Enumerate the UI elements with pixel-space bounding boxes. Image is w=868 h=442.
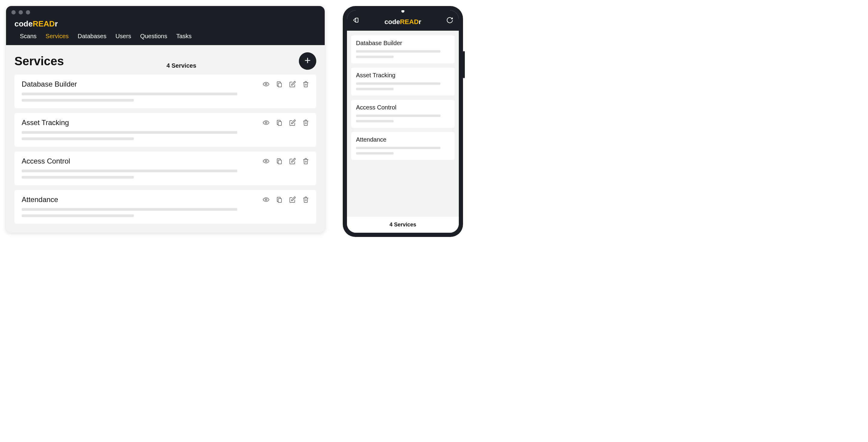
- skeleton-line: [22, 93, 237, 95]
- copy-icon[interactable]: [276, 81, 283, 88]
- edit-icon[interactable]: [289, 196, 296, 203]
- trash-icon[interactable]: [303, 196, 309, 203]
- mobile-service-title: Attendance: [356, 136, 450, 143]
- window-close-dot[interactable]: [11, 10, 16, 14]
- service-card-header: Access Control: [22, 157, 309, 165]
- phone-side-button: [463, 51, 465, 78]
- brand-part2: READ: [33, 19, 55, 28]
- svg-rect-5: [278, 122, 281, 125]
- nav-scans[interactable]: Scans: [20, 33, 37, 40]
- svg-rect-7: [278, 160, 281, 164]
- edit-icon[interactable]: [289, 81, 296, 88]
- plus-icon: [304, 57, 311, 66]
- services-count: 4 Services: [64, 62, 299, 69]
- service-actions: [263, 158, 309, 164]
- mobile-service-title: Asset Tracking: [356, 72, 450, 79]
- svg-rect-9: [278, 198, 281, 202]
- mobile-service-card[interactable]: Attendance: [351, 132, 455, 160]
- mobile-footer-count: 4 Services: [347, 217, 459, 233]
- svg-point-4: [265, 122, 267, 124]
- service-card[interactable]: Attendance: [14, 190, 316, 224]
- refresh-icon[interactable]: [446, 17, 454, 24]
- brand-part3: r: [55, 19, 58, 28]
- service-card-header: Asset Tracking: [22, 119, 309, 127]
- skeleton-line: [356, 88, 394, 90]
- main-nav: Scans Services Databases Users Questions…: [11, 32, 319, 45]
- skeleton-line: [22, 208, 237, 211]
- mobile-brand-logo: codeREADr: [384, 18, 421, 26]
- svg-point-8: [265, 199, 267, 200]
- skeleton-line: [22, 176, 134, 179]
- skeleton-line: [356, 120, 394, 122]
- nav-databases[interactable]: Databases: [78, 33, 106, 40]
- nav-users[interactable]: Users: [116, 33, 131, 40]
- mobile-screen: codeREADr Database Builder Asset Trackin…: [347, 10, 459, 233]
- service-title: Asset Tracking: [22, 119, 69, 127]
- edit-icon[interactable]: [289, 158, 296, 164]
- skeleton-line: [22, 131, 237, 134]
- skeleton-line: [356, 147, 440, 149]
- mobile-service-list: Database Builder Asset Tracking Access C…: [347, 31, 459, 217]
- skeleton-line: [22, 99, 134, 102]
- skeleton-line: [22, 137, 134, 140]
- phone-notch: [401, 10, 404, 12]
- nav-services[interactable]: Services: [46, 33, 69, 40]
- trash-icon[interactable]: [303, 81, 309, 88]
- trash-icon[interactable]: [303, 119, 309, 126]
- page-body: Services 4 Services Database Builder: [6, 45, 325, 233]
- service-card-header: Attendance: [22, 195, 309, 204]
- service-card-header: Database Builder: [22, 80, 309, 88]
- service-actions: [263, 196, 309, 203]
- mobile-header: codeREADr: [347, 10, 459, 31]
- window-minimize-dot[interactable]: [19, 10, 23, 14]
- view-icon[interactable]: [263, 196, 269, 203]
- skeleton-line: [356, 50, 440, 53]
- view-icon[interactable]: [263, 81, 269, 88]
- mobile-service-card[interactable]: Database Builder: [351, 35, 455, 63]
- svg-rect-3: [278, 83, 281, 87]
- mobile-service-card[interactable]: Access Control: [351, 100, 455, 128]
- svg-point-6: [265, 160, 267, 162]
- skeleton-line: [22, 169, 237, 172]
- view-icon[interactable]: [263, 158, 269, 164]
- mobile-service-title: Database Builder: [356, 40, 450, 46]
- mobile-service-card[interactable]: Asset Tracking: [351, 68, 455, 96]
- copy-icon[interactable]: [276, 119, 283, 126]
- service-title: Database Builder: [22, 80, 77, 88]
- skeleton-line: [356, 83, 440, 85]
- brand-part1: code: [14, 19, 33, 28]
- service-card[interactable]: Asset Tracking: [14, 113, 316, 147]
- skeleton-line: [356, 56, 394, 58]
- trash-icon[interactable]: [303, 158, 309, 164]
- back-icon[interactable]: [352, 17, 360, 24]
- brand-part3: r: [419, 18, 422, 26]
- service-title: Access Control: [22, 157, 70, 165]
- svg-rect-10: [356, 18, 358, 22]
- add-service-button[interactable]: [299, 52, 316, 70]
- edit-icon[interactable]: [289, 119, 296, 126]
- nav-questions[interactable]: Questions: [140, 33, 167, 40]
- copy-icon[interactable]: [276, 196, 283, 203]
- page-header: Services 4 Services: [14, 52, 316, 70]
- service-title: Attendance: [22, 195, 58, 204]
- service-card[interactable]: Access Control: [14, 152, 316, 185]
- brand-part1: code: [384, 18, 400, 26]
- page-title: Services: [14, 55, 64, 68]
- brand-part2: READ: [400, 18, 418, 26]
- desktop-window: codeREADr Scans Services Databases Users…: [6, 6, 325, 233]
- service-list: Database Builder Asset Tracking: [14, 74, 316, 224]
- skeleton-line: [356, 115, 440, 117]
- copy-icon[interactable]: [276, 158, 283, 164]
- skeleton-line: [356, 152, 394, 155]
- view-icon[interactable]: [263, 119, 269, 126]
- svg-point-2: [265, 83, 267, 85]
- nav-tasks[interactable]: Tasks: [176, 33, 191, 40]
- mobile-service-title: Access Control: [356, 104, 450, 111]
- window-maximize-dot[interactable]: [26, 10, 30, 14]
- service-actions: [263, 119, 309, 126]
- brand-logo: codeREADr: [11, 18, 319, 32]
- service-card[interactable]: Database Builder: [14, 74, 316, 108]
- mobile-device: codeREADr Database Builder Asset Trackin…: [343, 6, 463, 237]
- service-actions: [263, 81, 309, 88]
- window-controls: [11, 10, 319, 18]
